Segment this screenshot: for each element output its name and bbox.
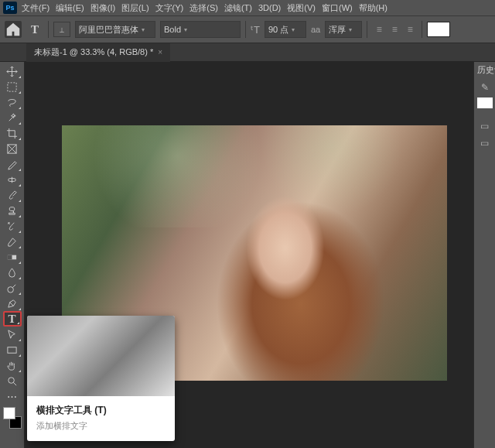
pen-tool[interactable] bbox=[3, 296, 22, 311]
document-tab-title: 未标题-1 @ 33.3% (4, RGB/8) * bbox=[34, 46, 153, 58]
rectangle-tool[interactable] bbox=[3, 342, 22, 357]
healing-tool[interactable] bbox=[3, 172, 22, 187]
menu-image[interactable]: 图像(I) bbox=[90, 2, 115, 14]
crop-tool[interactable] bbox=[3, 125, 22, 141]
menu-help[interactable]: 帮助(H) bbox=[359, 2, 387, 14]
align-center-button[interactable]: ≡ bbox=[387, 22, 401, 36]
font-size-icon: ᵗT bbox=[251, 24, 260, 36]
document-tab[interactable]: 未标题-1 @ 33.3% (4, RGB/8) * × bbox=[26, 43, 170, 62]
eraser-tool[interactable] bbox=[3, 234, 22, 249]
menu-type[interactable]: 文字(Y) bbox=[155, 2, 184, 14]
antialias-dropdown[interactable]: 浑厚▾ bbox=[325, 21, 362, 38]
antialias-value: 浑厚 bbox=[329, 24, 346, 36]
marquee-tool[interactable] bbox=[3, 79, 22, 94]
menu-filter[interactable]: 滤镜(T) bbox=[224, 2, 252, 14]
svg-rect-6 bbox=[8, 347, 16, 353]
blur-tool[interactable] bbox=[3, 265, 22, 280]
tooltip-thumbnail bbox=[27, 316, 175, 396]
font-weight-dropdown[interactable]: Bold▾ bbox=[160, 21, 241, 38]
right-panel: 历史记 ✎ ▭ ▭ bbox=[473, 62, 495, 448]
menu-view[interactable]: 视图(V) bbox=[287, 2, 316, 14]
zoom-tool[interactable] bbox=[3, 373, 22, 388]
menu-file[interactable]: 文件(F) bbox=[22, 2, 50, 14]
move-tool[interactable] bbox=[3, 63, 22, 79]
svg-rect-0 bbox=[8, 82, 16, 91]
history-brush-tool[interactable] bbox=[3, 218, 22, 234]
snapshot-swatch[interactable] bbox=[477, 97, 493, 108]
history-panel-tab[interactable]: 历史记 bbox=[474, 62, 495, 77]
color-swatches[interactable] bbox=[3, 407, 22, 429]
divider bbox=[367, 21, 367, 38]
divider bbox=[422, 21, 422, 38]
home-button[interactable] bbox=[5, 21, 22, 38]
chevron-down-icon: ▾ bbox=[142, 26, 145, 33]
close-icon[interactable]: × bbox=[158, 48, 162, 56]
panel-icon[interactable]: ▭ bbox=[477, 119, 493, 133]
tools-panel: T ⋯ bbox=[0, 62, 25, 448]
menu-3d[interactable]: 3D(D) bbox=[258, 3, 281, 12]
antialias-label: aa bbox=[311, 25, 320, 34]
path-select-tool[interactable] bbox=[3, 327, 22, 342]
text-align-group: ≡ ≡ ≡ bbox=[372, 22, 417, 36]
options-bar: T ⟂ 阿里巴巴普惠体▾ Bold▾ ᵗT 90 点▾ aa 浑厚▾ ≡ ≡ ≡ bbox=[0, 15, 495, 43]
menu-bar: Ps 文件(F) 编辑(E) 图像(I) 图层(L) 文字(Y) 选择(S) 滤… bbox=[0, 0, 495, 15]
menu-window[interactable]: 窗口(W) bbox=[322, 2, 353, 14]
tool-tooltip: 横排文字工具 (T) 添加横排文字 bbox=[27, 316, 175, 441]
stamp-tool[interactable] bbox=[3, 203, 22, 218]
tool-indicator: T bbox=[26, 21, 43, 38]
svg-point-5 bbox=[8, 286, 14, 292]
gradient-tool[interactable] bbox=[3, 249, 22, 265]
tooltip-description: 添加横排文字 bbox=[36, 420, 166, 432]
type-tool[interactable]: T bbox=[3, 311, 22, 327]
text-orientation-button[interactable]: ⟂ bbox=[53, 22, 70, 37]
chevron-down-icon: ▾ bbox=[292, 26, 295, 33]
font-weight-value: Bold bbox=[164, 25, 181, 34]
menu-edit[interactable]: 编辑(E) bbox=[56, 2, 84, 14]
magic-wand-tool[interactable] bbox=[3, 110, 22, 125]
font-size-dropdown[interactable]: 90 点▾ bbox=[265, 21, 306, 38]
panel-icon[interactable]: ▭ bbox=[477, 136, 493, 150]
frame-tool[interactable] bbox=[3, 141, 22, 156]
chevron-down-icon: ▾ bbox=[184, 26, 187, 33]
brush-icon[interactable]: ✎ bbox=[477, 80, 493, 94]
font-size-value: 90 点 bbox=[268, 24, 288, 36]
menu-select[interactable]: 选择(S) bbox=[189, 2, 218, 14]
divider bbox=[48, 21, 49, 38]
text-color-swatch[interactable] bbox=[427, 22, 450, 37]
menu-layer[interactable]: 图层(L) bbox=[121, 2, 148, 14]
lasso-tool[interactable] bbox=[3, 94, 22, 110]
app-icon: Ps bbox=[3, 2, 17, 14]
edit-toolbar-button[interactable]: ⋯ bbox=[3, 388, 22, 404]
align-right-button[interactable]: ≡ bbox=[403, 22, 417, 36]
brush-tool[interactable] bbox=[3, 187, 22, 203]
hand-tool[interactable] bbox=[3, 357, 22, 373]
svg-rect-4 bbox=[8, 255, 12, 259]
font-family-value: 阿里巴巴普惠体 bbox=[79, 24, 138, 36]
divider bbox=[245, 21, 246, 38]
tooltip-title: 横排文字工具 (T) bbox=[36, 404, 166, 417]
document-tab-bar: 未标题-1 @ 33.3% (4, RGB/8) * × bbox=[0, 43, 495, 62]
eyedropper-tool[interactable] bbox=[3, 156, 22, 172]
align-left-button[interactable]: ≡ bbox=[372, 22, 386, 36]
svg-point-7 bbox=[9, 377, 15, 383]
font-family-dropdown[interactable]: 阿里巴巴普惠体▾ bbox=[75, 21, 155, 38]
dodge-tool[interactable] bbox=[3, 280, 22, 296]
chevron-down-icon: ▾ bbox=[349, 26, 352, 33]
foreground-color[interactable] bbox=[3, 407, 15, 419]
